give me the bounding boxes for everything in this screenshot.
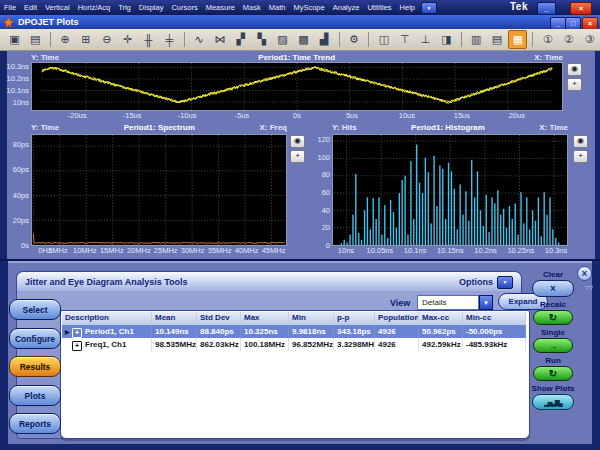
single-button[interactable]: → <box>533 338 573 353</box>
menu-item-trig[interactable]: Trig <box>114 3 135 12</box>
row-expand-icon[interactable]: + <box>72 341 82 351</box>
save-icon[interactable]: ▣ <box>5 30 24 49</box>
run-button[interactable]: ↻ <box>533 366 573 381</box>
menu-item-math[interactable]: Math <box>265 3 290 12</box>
view-3-icon[interactable]: ③ <box>580 30 599 49</box>
y-tick-label: 40ps <box>2 192 29 200</box>
x-tick-label: -10us <box>167 112 207 120</box>
measurement-value: 50.962ps <box>419 325 463 338</box>
nav-button-select[interactable]: Select <box>9 299 61 320</box>
zoom-in-icon[interactable]: ⊕ <box>56 30 75 49</box>
options-dropdown-button[interactable]: ▼ <box>497 276 513 289</box>
column-header-min: Min <box>289 312 334 325</box>
menu-item-vertical[interactable]: Vertical <box>41 3 74 12</box>
view-select[interactable]: Details <box>417 295 479 310</box>
app-minimize-button[interactable]: _ <box>537 2 556 15</box>
y-tick-label: 10.3ns <box>2 63 29 71</box>
vertical-cursors-icon[interactable]: ╫ <box>139 30 158 49</box>
analysis-panel-titlebar[interactable]: Jitter and Eye Diagram Analysis Tools Op… <box>16 271 522 292</box>
eye-plot-icon[interactable]: ▨ <box>273 30 292 49</box>
zoom-out-icon[interactable]: ⊖ <box>97 30 116 49</box>
measurement-description: Period1, Ch1 <box>85 327 134 336</box>
menu-item-edit[interactable]: Edit <box>20 3 41 12</box>
nav-button-reports[interactable]: Reports <box>9 413 61 434</box>
plots-maximize-button[interactable]: □ <box>565 17 581 30</box>
table-row[interactable]: ▶+Period1, Ch110.149ns88.840ps10.325ns9.… <box>62 325 526 338</box>
horizontal-cursors-icon[interactable]: ╪ <box>160 30 179 49</box>
print-icon[interactable]: ▤ <box>26 30 45 49</box>
row-expand-icon[interactable]: + <box>72 328 82 338</box>
clear-button-label: Clear <box>543 270 563 279</box>
view-1-icon[interactable]: ① <box>538 30 557 49</box>
menu-item-measure[interactable]: Measure <box>202 3 239 12</box>
x-tick-label: 45MHz <box>254 247 294 255</box>
histogram-zoom-button[interactable]: + <box>573 150 588 163</box>
marker-icon[interactable]: ⊤ <box>395 30 414 49</box>
x-tick-label: 5us <box>332 112 372 120</box>
column-header-description: Description <box>62 312 152 325</box>
plots-minimize-button[interactable]: _ <box>550 17 566 30</box>
clear-annotations-icon[interactable]: ⊥ <box>416 30 435 49</box>
menu-item-display[interactable]: Display <box>135 3 168 12</box>
nav-button-results[interactable]: Results <box>9 356 61 377</box>
x-tick-label: -15us <box>112 112 152 120</box>
app-close-button[interactable]: × <box>570 2 592 15</box>
time-trend-zoom-button[interactable]: + <box>567 78 582 91</box>
y-tick-label: 60ps <box>2 166 29 174</box>
plots-close-button[interactable]: × <box>582 17 598 30</box>
menu-item-cursors[interactable]: Cursors <box>167 3 201 12</box>
view-label: View <box>390 298 410 308</box>
histogram-plot-icon[interactable]: ▞ <box>231 30 250 49</box>
panel-close-button[interactable]: × <box>577 266 592 281</box>
y-tick-label: 120 <box>303 136 330 144</box>
view-2-icon[interactable]: ② <box>559 30 578 49</box>
measurement-value: 3.3298MHz <box>334 338 375 351</box>
transfer-plot-icon[interactable]: ⋈ <box>211 30 230 49</box>
menu-item-mask[interactable]: Mask <box>239 3 265 12</box>
pan-icon[interactable]: ✛ <box>118 30 137 49</box>
recalc-button[interactable]: ↻ <box>533 310 573 325</box>
oscilloscope-screen: FileEditVerticalHoriz/AcqTrigDisplayCurs… <box>0 0 600 450</box>
menu-item-utilities[interactable]: Utilities <box>363 3 395 12</box>
measurement-value: -50.000ps <box>463 325 526 338</box>
app-bottom-border <box>0 444 600 450</box>
show-plots-button[interactable]: ▂▅▃▇▄ <box>532 394 574 410</box>
histogram-plot-canvas[interactable]: 12010080604020010ns10.05ns10.1ns10.15ns1… <box>332 134 568 246</box>
x-tick-label: 20us <box>497 112 537 120</box>
layout-columns-icon[interactable]: ▥ <box>467 30 486 49</box>
menu-item-analyze[interactable]: Analyze <box>329 3 364 12</box>
menu-item-horizacq[interactable]: Horiz/Acq <box>74 3 115 12</box>
clear-button[interactable]: × <box>532 280 574 297</box>
toolbar-separator <box>339 32 340 47</box>
options-label[interactable]: Options <box>459 277 493 287</box>
menu-item-myscope[interactable]: MyScope <box>289 3 328 12</box>
panel-divider-highlight <box>0 261 600 263</box>
configure-wrench-icon[interactable]: ⚙ <box>345 30 364 49</box>
time-trend-plot-icon[interactable]: ∿ <box>190 30 209 49</box>
summary-icon[interactable]: ◨ <box>437 30 456 49</box>
time-trend-plot-header: Y: TimePeriod1: Time TrendX: Time <box>31 52 563 62</box>
histogram-plot-title: Period1: Histogram <box>411 123 485 132</box>
action-buttons-column: Clear×Recalc↻Single→Run↻Show Plots▂▅▃▇▄ <box>529 267 577 410</box>
menu-item-file[interactable]: File <box>0 3 20 12</box>
spectrum-plot-canvas[interactable]: 80ps60ps40ps20ps0s0Hz5MHz10MHz15MHz20MHz… <box>31 134 287 246</box>
zoom-area-icon[interactable]: ⊞ <box>77 30 96 49</box>
time-trend-plot-canvas[interactable]: 10.3ns10.2ns10.1ns10ns-20us-15us-10us-5u… <box>31 62 563 111</box>
waveform-plot-icon[interactable]: ▟ <box>315 30 334 49</box>
panel-resize-arrows[interactable]: ▿▿ <box>583 283 595 292</box>
layout-grid-icon[interactable]: ▦ <box>508 30 527 49</box>
spectrum-plot-icon[interactable]: ▚ <box>252 30 271 49</box>
recalc-button-label: Recalc <box>540 300 566 309</box>
bathtub-plot-icon[interactable]: ▩ <box>294 30 313 49</box>
view-select-arrow[interactable]: ▼ <box>479 295 493 310</box>
time-trend-reset-zoom-button[interactable]: ◉ <box>567 63 582 76</box>
table-row[interactable]: +Freq1, Ch198.535MHz862.03kHz100.18MHz96… <box>62 338 526 351</box>
plots-window-titlebar[interactable]: DPOJET Plots _ □ × <box>0 15 600 29</box>
menu-overflow-button[interactable]: ▼ <box>421 2 437 14</box>
nav-button-configure[interactable]: Configure <box>9 328 61 349</box>
nav-button-plots[interactable]: Plots <box>9 385 61 406</box>
readout-icon[interactable]: ◫ <box>374 30 393 49</box>
menu-item-help[interactable]: Help <box>396 3 419 12</box>
histogram-reset-zoom-button[interactable]: ◉ <box>573 135 588 148</box>
layout-rows-icon[interactable]: ▤ <box>488 30 507 49</box>
